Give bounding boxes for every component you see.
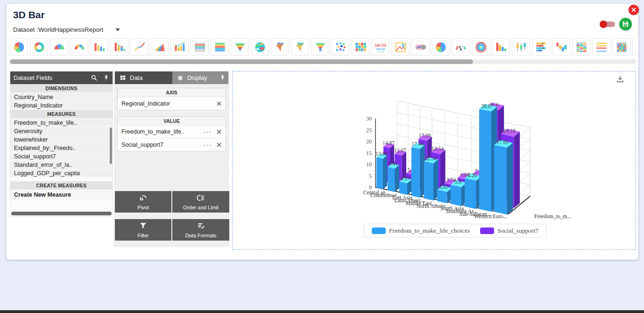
legend-item-0[interactable]: Freedom_to_make_life_choices	[372, 227, 470, 235]
toolbar-tile-scatter-chart[interactable]	[331, 38, 349, 56]
close-button[interactable]	[629, 5, 639, 15]
pivot-button[interactable]: Pivot	[115, 191, 171, 213]
filter-button[interactable]: Filter	[115, 219, 171, 241]
toolbar-tile-funnel-chart[interactable]	[311, 38, 329, 56]
field-item[interactable]: Freedom_to_make_life..	[10, 119, 113, 127]
remove-field-icon[interactable]	[216, 101, 222, 107]
toolbar-tile-waterfall-chart[interactable]	[552, 38, 570, 56]
svg-text:19.18: 19.18	[503, 128, 516, 134]
toolbar-tile-kpi-pill-widget[interactable]	[411, 38, 430, 56]
field-item[interactable]: Create New Measure	[10, 190, 113, 200]
svg-text:3.63: 3.63	[439, 184, 449, 190]
chevron-down-icon[interactable]	[115, 28, 120, 31]
order-and-limit-button[interactable]: Order and Limit	[172, 191, 229, 213]
svg-text:10: 10	[366, 161, 372, 168]
dataset-selector[interactable]: Dataset :WorldHappinessReport	[13, 26, 120, 33]
download-button[interactable]	[616, 74, 625, 85]
toolbar-tile-stacked-bar-horizontal[interactable]	[211, 38, 229, 56]
search-icon[interactable]	[91, 74, 98, 81]
word-cloud-icon: ABCDEABCDEABCDE	[374, 41, 388, 54]
stacked-bar-horizontal-icon	[213, 41, 227, 54]
hbar-marker-chart-icon	[534, 41, 548, 54]
toolbar-tile-area-chart[interactable]	[150, 38, 169, 56]
field-item[interactable]: lowerwhisker	[10, 135, 113, 144]
chart-canvas-panel[interactable]: 051015202530Central an...Commonwe...East…	[232, 71, 636, 250]
toolbar-tile-mixed-column-chart[interactable]	[170, 38, 189, 56]
field-item[interactable]: Standard_error_of_la..	[10, 161, 113, 169]
toolbar-tile-india-map-2[interactable]	[291, 38, 309, 56]
waterfall-chart-icon	[554, 41, 568, 54]
legend-item-1[interactable]: Social_support7	[480, 227, 538, 235]
toolbar-tile-stacked-column-chart[interactable]	[351, 38, 369, 56]
remove-field-icon[interactable]	[216, 142, 222, 148]
fields-vertical-scrollbar[interactable]	[110, 128, 112, 164]
stacked-column-chart-icon	[354, 41, 368, 54]
toolbar-tile-bar-chart[interactable]	[90, 38, 108, 56]
toolbar-tile-world-map[interactable]	[251, 38, 269, 56]
toolbar-tile-semi-donut-chart[interactable]	[70, 38, 88, 56]
field-item[interactable]: Logged_GDP_per_capita	[10, 169, 113, 178]
data-formats-button[interactable]: Data Formats	[172, 219, 229, 241]
bottom-strip	[0, 310, 644, 313]
svg-text:12.07: 12.07	[394, 148, 406, 153]
field-item[interactable]: Country_Name	[10, 93, 113, 101]
toolbar-tile-pie-chart-2[interactable]	[432, 38, 450, 56]
toolbar-tile-descending-bar-chart[interactable]	[492, 38, 510, 56]
config-field-row[interactable]: Regional_Indicator	[118, 97, 226, 110]
toolbar-tile-line-chart[interactable]	[130, 38, 149, 56]
radial-rings-chart-icon	[474, 41, 488, 54]
toolbar-tile-india-map[interactable]	[271, 38, 289, 56]
toolbar-tile-heatmap-chart[interactable]	[612, 38, 630, 56]
toolbar-tile-donut-chart[interactable]	[30, 38, 48, 56]
value-section: VALUE Freedom_to_make_life..···Social_su…	[117, 116, 226, 151]
svg-text:20: 20	[366, 138, 372, 145]
save-button[interactable]	[619, 18, 632, 30]
kpi-pill-widget-icon	[414, 41, 428, 54]
config-pin[interactable]	[216, 71, 228, 84]
toolbar-scrollbar-thumb[interactable]	[10, 59, 473, 64]
more-options-icon[interactable]: ···	[203, 142, 212, 147]
tab-data[interactable]: Data	[115, 71, 172, 84]
mixed-column-chart-icon	[173, 41, 187, 54]
toolbar-tile-grid-table[interactable]	[191, 38, 209, 56]
toolbar-tile-data-table-colored[interactable]	[572, 38, 590, 56]
descending-bar-chart-icon	[494, 41, 508, 54]
toolbar-tile-radial-rings-chart[interactable]	[472, 38, 490, 56]
button-label: Filter	[137, 233, 149, 238]
toolbar-tile-pie-chart[interactable]	[10, 38, 28, 56]
toolbar-tile-labeled-bar-chart[interactable]	[110, 38, 128, 56]
toolbar-tile-pyramid-chart[interactable]	[231, 38, 249, 56]
data-formats-icon	[197, 221, 205, 231]
more-options-icon[interactable]: ···	[203, 129, 212, 134]
tab-data-label: Data	[130, 74, 142, 81]
config-field-row[interactable]: Social_support7···	[118, 138, 226, 151]
config-panel: Data Display AXIS Regional_Indicator VAL…	[114, 71, 229, 247]
svg-text:28.07: 28.07	[481, 103, 493, 109]
config-field-label: Freedom_to_make_life..	[121, 128, 184, 135]
toolbar-tile-pictograph-chart[interactable]	[592, 38, 610, 56]
bar3d-chart[interactable]: 051015202530Central an...Commonwe...East…	[233, 71, 636, 226]
pictograph-chart-icon	[594, 41, 609, 54]
tab-display[interactable]: Display	[172, 71, 216, 84]
pin-icon[interactable]	[103, 74, 109, 81]
toolbar-tile-gauge-chart[interactable]	[452, 38, 470, 56]
publish-toggle[interactable]	[601, 21, 615, 27]
remove-field-icon[interactable]	[216, 129, 222, 135]
toolbar-tile-hbar-marker-chart[interactable]	[532, 38, 550, 56]
toolbar-tile-word-cloud[interactable]: ABCDEABCDEABCDE	[371, 38, 389, 56]
bar-chart-icon	[92, 41, 106, 54]
svg-text:15: 15	[366, 150, 372, 156]
fields-horizontal-scrollbar[interactable]	[11, 212, 112, 215]
toolbar-tile-image-widget[interactable]	[391, 38, 410, 56]
toolbar-tile-semi-pie-chart[interactable]	[50, 38, 68, 56]
field-item[interactable]: Social_support7	[10, 152, 113, 161]
gear-icon	[177, 75, 184, 81]
toolbar-tile-boxplot-chart[interactable]	[632, 38, 636, 56]
legend-swatch	[372, 228, 386, 234]
field-item[interactable]: Explained_by:_Freedo..	[10, 144, 113, 152]
section-header-dimensions: DIMENSIONS	[10, 84, 113, 93]
config-field-row[interactable]: Freedom_to_make_life..···	[118, 126, 226, 138]
field-item[interactable]: Regional_Indicator	[10, 101, 113, 110]
field-item[interactable]: Generosity	[10, 127, 113, 135]
toolbar-tile-candlestick-chart[interactable]	[512, 38, 530, 56]
